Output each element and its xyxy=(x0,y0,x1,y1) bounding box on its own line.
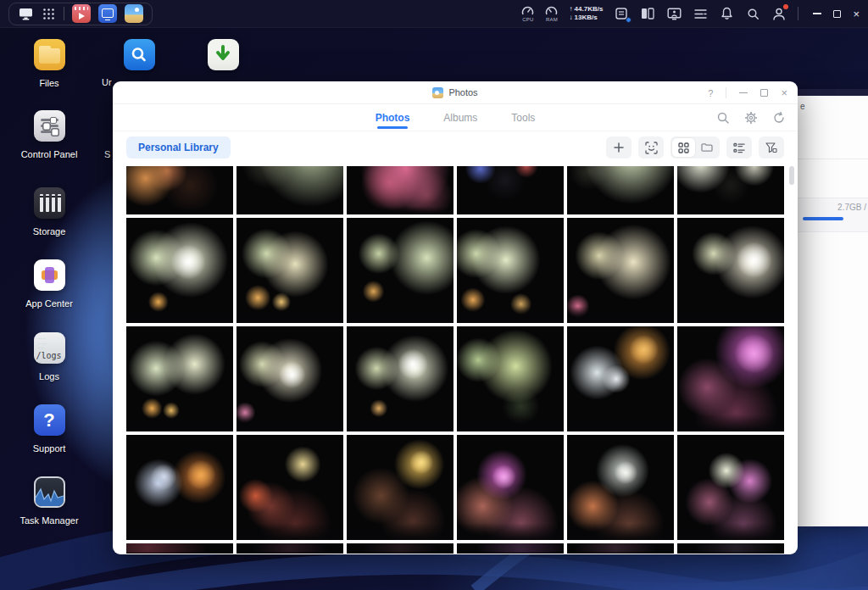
photo-thumbnail[interactable] xyxy=(457,543,564,554)
media-app-icon[interactable] xyxy=(72,4,91,23)
backup-sync-icon[interactable] xyxy=(614,6,629,21)
photo-thumbnail[interactable] xyxy=(677,326,784,431)
photo-thumbnail[interactable] xyxy=(126,543,233,554)
grid-scrollbar-thumb[interactable] xyxy=(789,166,794,185)
desktop-icon-logs[interactable]: ···· ····· ······ ··· /logs Logs xyxy=(13,332,86,381)
photo-thumbnail[interactable] xyxy=(236,326,343,431)
desktop-icon-label: Storage xyxy=(33,226,66,237)
photos-app-taskbar-icon[interactable] xyxy=(125,4,143,23)
desktop-icon-control-panel[interactable]: Control Panel xyxy=(13,110,86,159)
user-account-icon[interactable] xyxy=(771,6,787,21)
photo-thumbnail[interactable] xyxy=(236,435,343,540)
photos-titlebar[interactable]: Photos ? × xyxy=(113,81,798,104)
divider xyxy=(793,159,868,159)
photo-thumbnail[interactable] xyxy=(677,218,784,323)
photo-thumbnail[interactable] xyxy=(347,218,453,323)
logs-icon: ···· ····· ······ ··· /logs xyxy=(34,332,65,364)
control-panel-icon xyxy=(34,110,65,142)
desktop-icon-task-manager[interactable]: Task Manager xyxy=(13,476,86,526)
storage-usage-text: 2.7GB / xyxy=(837,203,866,212)
divider xyxy=(64,7,64,20)
photo-thumbnail[interactable] xyxy=(347,435,453,540)
dashboard-panels-icon[interactable] xyxy=(640,6,655,21)
divider xyxy=(726,87,726,98)
photo-thumbnail[interactable] xyxy=(347,166,453,214)
background-window-titlebar xyxy=(793,89,868,96)
desktop-icon-label: Logs xyxy=(39,371,59,381)
tab-albums[interactable]: Albums xyxy=(442,105,479,131)
global-search-icon[interactable] xyxy=(745,6,760,21)
photo-thumbnail[interactable] xyxy=(567,435,674,540)
photo-thumbnail[interactable] xyxy=(236,543,343,554)
desktop-icon-label: Control Panel xyxy=(21,149,78,159)
list-view-icon[interactable] xyxy=(726,136,752,159)
personal-library-button[interactable]: Personal Library xyxy=(126,136,231,159)
notifications-bell-icon[interactable] xyxy=(719,6,734,21)
main-menu-grid-icon[interactable] xyxy=(41,6,56,21)
minimize-button[interactable] xyxy=(739,92,748,94)
desktop-icon-storage[interactable]: Storage xyxy=(13,187,86,237)
background-window-text-fragment: e xyxy=(793,96,868,111)
filter-icon[interactable] xyxy=(759,136,784,159)
photos-window: Photos ? × Photos Albums Tools Personal … xyxy=(113,81,798,554)
photo-thumbnail[interactable] xyxy=(457,435,564,540)
download-arrow-icon: ↓ xyxy=(569,14,572,21)
desktop-icon-files[interactable]: Files xyxy=(13,39,86,88)
refresh-icon[interactable] xyxy=(772,111,786,125)
photo-thumbnail[interactable] xyxy=(126,218,233,323)
desktop-icon-app-center[interactable]: App Center xyxy=(13,259,86,309)
grid-view-button[interactable] xyxy=(672,138,695,157)
show-desktop-icon[interactable] xyxy=(18,6,33,21)
magnifier-icon xyxy=(124,39,155,70)
photo-thumbnail[interactable] xyxy=(457,218,564,323)
photo-thumbnail[interactable] xyxy=(677,166,784,214)
maximize-button[interactable] xyxy=(760,89,768,97)
photo-thumbnail[interactable] xyxy=(126,166,233,214)
photo-thumbnail[interactable] xyxy=(677,543,784,554)
photos-app-icon xyxy=(432,87,443,98)
taskbar: CPU RAM ↑ 44.7KB/s ↓ 13KB/s xyxy=(0,0,868,28)
cpu-gauge[interactable]: CPU xyxy=(521,5,534,22)
photo-thumbnail[interactable] xyxy=(236,166,343,214)
desktop-icon-search-app[interactable] xyxy=(103,39,175,70)
cpu-label: CPU xyxy=(522,17,533,22)
close-button[interactable]: × xyxy=(781,86,787,99)
help-button[interactable]: ? xyxy=(708,88,713,98)
face-recognition-icon[interactable] xyxy=(638,136,664,159)
desktop-maximize-button[interactable] xyxy=(833,10,841,18)
desktop-icon-support[interactable]: ? Support xyxy=(13,404,86,454)
logs-icon-text: /logs xyxy=(36,351,61,360)
tab-photos[interactable]: Photos xyxy=(374,105,412,131)
photo-thumbnail[interactable] xyxy=(347,326,453,431)
network-speed[interactable]: ↑ 44.7KB/s ↓ 13KB/s xyxy=(569,5,603,22)
photo-thumbnail[interactable] xyxy=(567,166,674,214)
photo-thumbnail[interactable] xyxy=(567,218,674,323)
settings-gear-icon[interactable] xyxy=(744,111,758,125)
folder-view-button[interactable] xyxy=(695,138,718,157)
ram-label: RAM xyxy=(546,17,558,22)
photo-thumbnail[interactable] xyxy=(457,166,564,214)
ram-gauge[interactable]: RAM xyxy=(545,5,558,22)
photo-thumbnail[interactable] xyxy=(457,326,564,431)
photo-thumbnail[interactable] xyxy=(126,435,233,540)
background-window[interactable]: e 2.7GB / xyxy=(793,89,868,526)
desktop-minimize-button[interactable] xyxy=(813,13,821,14)
screen-app-icon[interactable] xyxy=(98,4,117,23)
photo-thumbnail[interactable] xyxy=(347,543,453,554)
logs-icon-code-lines: ···· ····· ······ ··· xyxy=(38,337,47,351)
desktop-icon-download-app[interactable] xyxy=(186,39,259,70)
add-button[interactable] xyxy=(606,136,632,159)
question-mark-icon: ? xyxy=(34,404,65,436)
tab-tools[interactable]: Tools xyxy=(509,105,537,131)
search-icon[interactable] xyxy=(716,111,730,125)
photo-thumbnail[interactable] xyxy=(567,326,674,431)
view-mode-switch xyxy=(670,136,720,159)
remote-monitor-icon[interactable] xyxy=(666,6,682,21)
task-manager-icon xyxy=(34,476,65,508)
photo-thumbnail[interactable] xyxy=(567,543,674,554)
photo-thumbnail[interactable] xyxy=(677,435,784,540)
background-tasks-icon[interactable] xyxy=(693,6,708,21)
desktop-close-button[interactable]: × xyxy=(853,8,860,19)
photo-thumbnail[interactable] xyxy=(236,218,343,323)
photo-thumbnail[interactable] xyxy=(126,326,233,431)
